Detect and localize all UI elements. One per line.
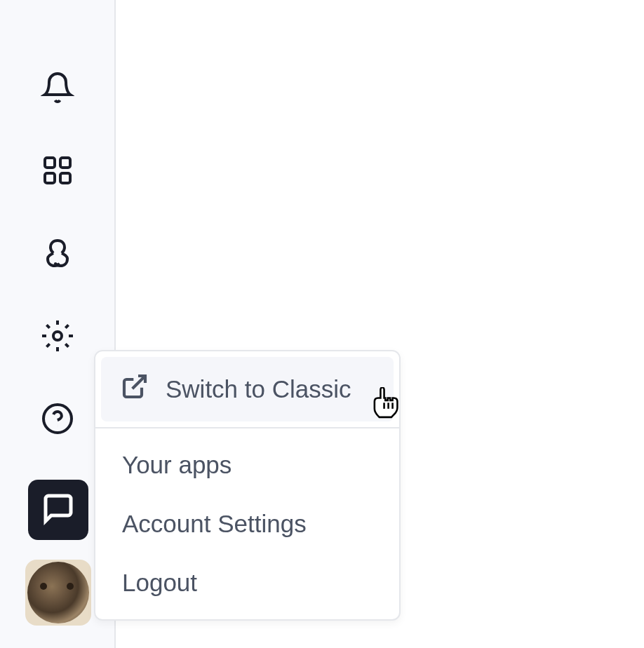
help-icon [41,402,74,438]
bell-icon [41,71,74,107]
menu-item-switch-classic[interactable]: Switch to Classic [101,357,394,421]
svg-rect-2 [60,173,70,183]
webhooks-button[interactable] [39,236,76,274]
menu-item-label: Switch to Classic [166,375,351,403]
menu-top-section: Switch to Classic [95,351,399,428]
menu-item-label: Your apps [122,451,232,478]
user-menu-popup: Switch to Classic Your apps Account Sett… [94,350,401,621]
svg-point-4 [53,332,62,340]
menu-item-label: Logout [122,569,197,596]
svg-rect-1 [60,158,70,168]
menu-item-account-settings[interactable]: Account Settings [95,494,399,553]
chat-button[interactable] [28,480,88,540]
svg-line-7 [133,376,145,389]
webhook-icon [41,236,74,273]
chat-icon [41,492,75,528]
external-link-icon [121,372,149,406]
grid-icon [41,154,74,190]
user-avatar[interactable] [25,560,91,626]
menu-item-logout[interactable]: Logout [95,553,399,612]
menu-item-your-apps[interactable]: Your apps [95,436,399,494]
menu-item-label: Account Settings [122,510,307,537]
svg-rect-0 [45,158,55,168]
apps-button[interactable] [39,153,76,191]
settings-button[interactable] [39,318,76,356]
help-button[interactable] [39,401,76,439]
svg-rect-3 [45,173,55,183]
avatar-image [27,562,89,623]
gear-icon [41,319,74,356]
notifications-button[interactable] [39,70,76,108]
menu-bottom-section: Your apps Account Settings Logout [95,428,399,619]
